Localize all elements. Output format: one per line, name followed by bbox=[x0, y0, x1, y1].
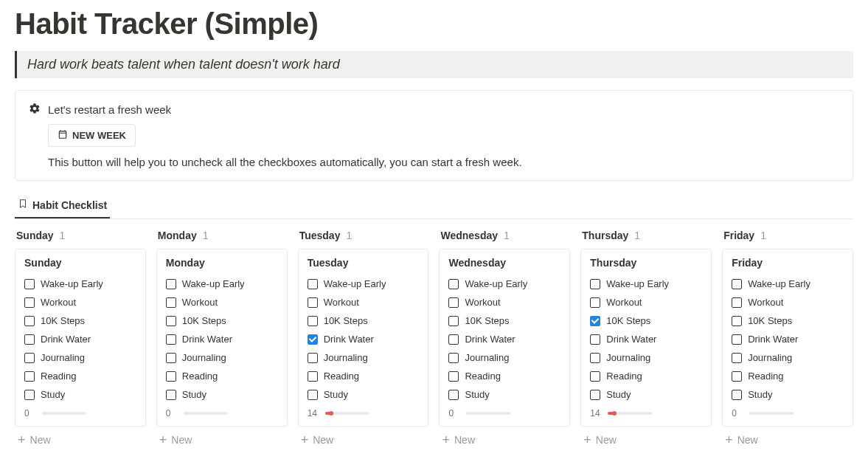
habit-checkbox[interactable] bbox=[24, 353, 35, 363]
callout-description: This button will help you to uncheck all… bbox=[48, 156, 839, 168]
habit-checkbox[interactable] bbox=[166, 353, 176, 363]
habit-checkbox[interactable] bbox=[590, 353, 600, 363]
habit-checkbox[interactable] bbox=[166, 316, 176, 326]
plus-icon: + bbox=[583, 435, 591, 445]
new-label: New bbox=[737, 434, 758, 446]
habit-label: 10K Steps bbox=[465, 315, 509, 326]
habit-label: 10K Steps bbox=[182, 315, 226, 326]
new-button[interactable]: +New bbox=[298, 427, 429, 449]
habit-checkbox[interactable] bbox=[308, 334, 318, 345]
habit-checkbox[interactable] bbox=[448, 297, 459, 308]
habit-checkbox[interactable] bbox=[590, 334, 600, 345]
page-title: Habit Tracker (Simple) bbox=[15, 7, 853, 41]
habit-checkbox[interactable] bbox=[590, 371, 600, 382]
day-card[interactable]: ThursdayWake-up EarlyWorkout10K StepsDri… bbox=[580, 249, 712, 427]
callout-box: Let's restart a fresh week NEW WEEK This… bbox=[15, 90, 853, 181]
habit-checkbox[interactable] bbox=[308, 279, 318, 289]
column-title: Monday bbox=[158, 230, 197, 241]
progress-bar bbox=[749, 412, 794, 415]
card-title: Thursday bbox=[590, 257, 702, 269]
habit-row: Study bbox=[166, 385, 278, 404]
day-card[interactable]: WednesdayWake-up EarlyWorkout10K StepsDr… bbox=[439, 249, 570, 427]
habit-label: Study bbox=[465, 389, 489, 400]
habit-checkbox[interactable] bbox=[24, 297, 35, 308]
new-button[interactable]: +New bbox=[722, 427, 853, 449]
habit-checkbox[interactable] bbox=[166, 371, 176, 382]
habit-checkbox[interactable] bbox=[732, 334, 742, 345]
habit-checkbox[interactable] bbox=[166, 390, 176, 400]
habit-checkbox[interactable] bbox=[24, 371, 35, 382]
habit-checkbox[interactable] bbox=[308, 390, 318, 400]
habit-checkbox[interactable] bbox=[24, 279, 35, 289]
day-card[interactable]: SundayWake-up EarlyWorkout10K StepsDrink… bbox=[15, 249, 146, 427]
habit-checkbox[interactable] bbox=[732, 390, 742, 400]
new-button[interactable]: +New bbox=[15, 427, 146, 449]
habit-label: 10K Steps bbox=[324, 315, 368, 326]
tab-habit-checklist[interactable]: Habit Checklist bbox=[15, 194, 110, 218]
habit-checkbox[interactable] bbox=[732, 297, 742, 308]
habit-checkbox[interactable] bbox=[448, 279, 459, 289]
habit-row: Workout bbox=[308, 293, 420, 311]
column-header[interactable]: Monday1 bbox=[156, 225, 288, 246]
column-header[interactable]: Wednesday1 bbox=[439, 225, 570, 246]
progress-value: 0 bbox=[24, 408, 36, 418]
habit-row: Journaling bbox=[166, 348, 278, 367]
habit-label: Journaling bbox=[324, 352, 368, 363]
new-label: New bbox=[596, 434, 617, 446]
habit-checkbox[interactable] bbox=[166, 334, 176, 345]
habit-checkbox[interactable] bbox=[308, 371, 318, 382]
habit-checkbox[interactable] bbox=[448, 390, 459, 400]
habit-row: Drink Water bbox=[590, 330, 702, 348]
habit-checkbox[interactable] bbox=[308, 316, 318, 326]
column-title: Friday bbox=[723, 230, 754, 241]
habit-checkbox[interactable] bbox=[590, 279, 600, 289]
new-button[interactable]: +New bbox=[439, 427, 570, 449]
habit-label: Wake-up Early bbox=[41, 278, 103, 289]
habit-label: Drink Water bbox=[748, 334, 798, 345]
habit-checkbox[interactable] bbox=[448, 371, 459, 382]
habit-row: Study bbox=[308, 385, 420, 404]
new-button[interactable]: +New bbox=[580, 427, 712, 449]
new-week-button[interactable]: NEW WEEK bbox=[48, 124, 136, 147]
habit-checkbox[interactable] bbox=[448, 353, 459, 363]
habit-checkbox[interactable] bbox=[448, 334, 459, 345]
habit-checkbox[interactable] bbox=[308, 297, 318, 308]
habit-checkbox[interactable] bbox=[24, 390, 35, 400]
habit-checkbox[interactable] bbox=[732, 353, 742, 363]
column-header[interactable]: Sunday1 bbox=[15, 225, 146, 246]
column-header[interactable]: Thursday1 bbox=[580, 225, 712, 246]
progress-row: 0 bbox=[24, 408, 136, 418]
habit-row: Workout bbox=[166, 293, 278, 311]
new-button[interactable]: +New bbox=[156, 427, 288, 449]
card-title: Tuesday bbox=[308, 257, 420, 269]
column-title: Tuesday bbox=[299, 230, 341, 241]
board-column: Sunday1SundayWake-up EarlyWorkout10K Ste… bbox=[15, 225, 146, 449]
habit-checkbox[interactable] bbox=[166, 297, 176, 308]
habit-row: Study bbox=[590, 385, 702, 404]
habit-checkbox[interactable] bbox=[590, 297, 600, 308]
habit-checkbox[interactable] bbox=[590, 390, 600, 400]
column-header[interactable]: Friday1 bbox=[722, 225, 853, 246]
habit-checkbox[interactable] bbox=[24, 334, 35, 345]
habit-checkbox[interactable] bbox=[166, 279, 176, 289]
habit-checkbox[interactable] bbox=[732, 316, 742, 326]
progress-bar bbox=[466, 412, 510, 415]
habit-row: 10K Steps bbox=[448, 311, 560, 330]
habit-checkbox[interactable] bbox=[24, 316, 35, 326]
habit-row: 10K Steps bbox=[24, 311, 136, 330]
column-header[interactable]: Tuesday1 bbox=[298, 225, 429, 246]
day-card[interactable]: TuesdayWake-up EarlyWorkout10K StepsDrin… bbox=[298, 249, 429, 427]
column-count: 1 bbox=[634, 230, 640, 241]
habit-checkbox[interactable] bbox=[590, 316, 600, 326]
habit-label: Wake-up Early bbox=[748, 278, 810, 289]
habit-checkbox[interactable] bbox=[448, 316, 459, 326]
habit-checkbox[interactable] bbox=[308, 353, 318, 363]
day-card[interactable]: MondayWake-up EarlyWorkout10K StepsDrink… bbox=[156, 249, 288, 427]
card-title: Friday bbox=[732, 257, 844, 269]
new-label: New bbox=[30, 434, 51, 446]
day-card[interactable]: FridayWake-up EarlyWorkout10K StepsDrink… bbox=[722, 249, 853, 427]
habit-checkbox[interactable] bbox=[732, 279, 742, 289]
habit-label: Drink Water bbox=[324, 334, 374, 345]
habit-checkbox[interactable] bbox=[732, 371, 742, 382]
habit-label: Drink Water bbox=[182, 334, 232, 345]
